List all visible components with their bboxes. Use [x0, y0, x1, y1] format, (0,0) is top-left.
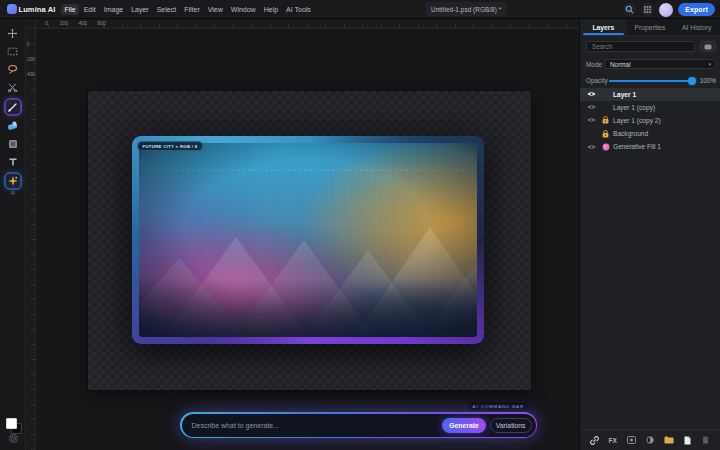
add-mask-button[interactable]: [625, 434, 637, 446]
menu-image[interactable]: Image: [100, 4, 126, 15]
lock-icon: [602, 116, 609, 124]
menu-file[interactable]: File: [61, 4, 79, 15]
folder-icon: [664, 436, 674, 444]
tab-properties[interactable]: Properties: [627, 19, 674, 35]
grid-icon: [644, 6, 651, 13]
type-icon: [8, 158, 17, 167]
layer-name: Background: [613, 130, 648, 137]
delete-layer-button[interactable]: [700, 434, 712, 446]
menu-help[interactable]: Help: [260, 4, 281, 15]
layer-filter-button[interactable]: [700, 41, 716, 52]
opacity-label: Opacity: [586, 77, 609, 84]
eye-icon[interactable]: [587, 117, 596, 123]
new-layer-icon: [684, 436, 691, 445]
marquee-tool-button[interactable]: [4, 43, 21, 60]
prompt-input[interactable]: Describe what to generate...: [192, 422, 443, 429]
move-tool-button[interactable]: [4, 25, 21, 42]
layer-row-background[interactable]: Background: [580, 127, 720, 140]
trash-icon: [702, 436, 709, 444]
layer-row-layer-1[interactable]: Layer 1: [580, 88, 720, 101]
generated-image-wrap: [139, 143, 477, 337]
menu-layer[interactable]: Layer: [128, 4, 153, 15]
ruler-label: 400: [79, 20, 87, 26]
layer-row-layer-1-copy-2[interactable]: Layer 1 (copy 2): [580, 114, 720, 127]
menu-edit[interactable]: Edit: [80, 4, 99, 15]
export-button[interactable]: Export: [678, 3, 715, 16]
image-info-badge: FUTURE CITY × RGB / 8: [137, 141, 203, 151]
crop-tool-button[interactable]: [4, 79, 21, 96]
app-title: Lumina AI: [19, 5, 56, 14]
generated-image-frame[interactable]: FUTURE CITY × RGB / 8: [132, 136, 484, 344]
layer-name: Layer 1 (copy 2): [613, 117, 661, 124]
eye-icon[interactable]: [587, 104, 596, 110]
menu-select[interactable]: Select: [153, 4, 179, 15]
opacity-value: 100%: [699, 77, 716, 84]
search-icon: [625, 5, 634, 14]
layer-name: Generative Fill 1: [613, 143, 661, 150]
shape-tool-button[interactable]: [4, 136, 21, 153]
ruler-label: 0: [27, 42, 30, 47]
opacity-slider-fill: [609, 80, 692, 83]
new-layer-button[interactable]: [681, 434, 693, 446]
tools-sidebar: AI: [0, 19, 26, 450]
main-menu: File Edit Image Layer Select Filter View…: [60, 0, 315, 18]
move-icon: [8, 28, 18, 38]
scissors-icon: [8, 82, 18, 92]
ruler-label: 200: [60, 20, 68, 26]
artboard-transparency-checker[interactable]: FUTURE CITY × RGB / 8: [88, 91, 531, 390]
chevron-down-icon: ▾: [708, 61, 711, 67]
ai-tool-caption: AI: [0, 191, 26, 196]
eye-icon[interactable]: [587, 144, 596, 150]
layer-effects-button[interactable]: FX: [607, 434, 619, 446]
horizontal-ruler: 0 200 400 600: [36, 19, 579, 29]
ruler-label: 200: [27, 57, 35, 62]
blend-mode-select[interactable]: Normal ▾: [604, 59, 716, 69]
link-layers-button[interactable]: [588, 434, 600, 446]
eraser-icon: [7, 122, 18, 131]
adjustment-button[interactable]: [644, 434, 656, 446]
reset-colors-button[interactable]: [9, 434, 18, 443]
layer-row-generative-fill-1[interactable]: Generative Fill 1: [580, 140, 720, 153]
history-clock-icon: [11, 436, 16, 441]
layer-name: Layer 1: [613, 91, 636, 98]
apps-grid-button[interactable]: [641, 3, 654, 16]
layer-row-layer-1-copy[interactable]: Layer 1 (copy): [580, 101, 720, 114]
type-tool-button[interactable]: [4, 154, 21, 171]
brush-line-icon: [8, 102, 18, 112]
tab-ai-history[interactable]: AI History: [673, 19, 720, 35]
ai-command-bar-caption: AI COMMAND BAR: [468, 402, 529, 411]
document-tab[interactable]: Untitled-1.psd (RGB/8) *: [425, 2, 507, 16]
ai-command-bar-inner: Describe what to generate... Generate Va…: [182, 414, 536, 437]
ai-command-bar-wrap: AI COMMAND BAR Describe what to generate…: [180, 402, 537, 442]
ruler-label: 600: [97, 20, 105, 26]
ruler-label: 0: [45, 20, 48, 26]
ruler-corner: [26, 19, 36, 29]
ai-generate-tool-button[interactable]: [4, 173, 21, 190]
user-avatar[interactable]: [659, 3, 673, 17]
variations-button[interactable]: Variations: [490, 418, 532, 433]
panel-tabs: Layers Properties AI History: [580, 19, 720, 36]
shape-icon: [8, 140, 17, 149]
adjustment-icon: [646, 436, 654, 444]
eye-icon[interactable]: [587, 91, 596, 97]
tab-layers[interactable]: Layers: [580, 19, 627, 35]
layer-search-input[interactable]: Search: [586, 41, 695, 52]
menu-view[interactable]: View: [204, 4, 226, 15]
menu-window[interactable]: Window: [227, 4, 259, 15]
opacity-slider[interactable]: [609, 76, 695, 85]
generate-button[interactable]: Generate: [442, 418, 485, 433]
menu-ai-tools[interactable]: AI Tools: [283, 4, 315, 15]
foreground-color-swatch[interactable]: [6, 418, 17, 429]
new-group-button[interactable]: [663, 434, 675, 446]
layers-panel-footer: FX: [580, 429, 720, 450]
opacity-slider-thumb[interactable]: [688, 77, 696, 85]
generated-image: [139, 143, 477, 337]
filter-icon: [704, 44, 712, 50]
eraser-tool-button[interactable]: [4, 118, 21, 135]
link-icon: [590, 436, 599, 445]
brush-tool-button[interactable]: [4, 99, 21, 116]
search-button[interactable]: [623, 3, 636, 16]
ruler-label: 400: [27, 72, 35, 77]
lasso-tool-button[interactable]: [4, 61, 21, 78]
menu-filter[interactable]: Filter: [181, 4, 204, 15]
